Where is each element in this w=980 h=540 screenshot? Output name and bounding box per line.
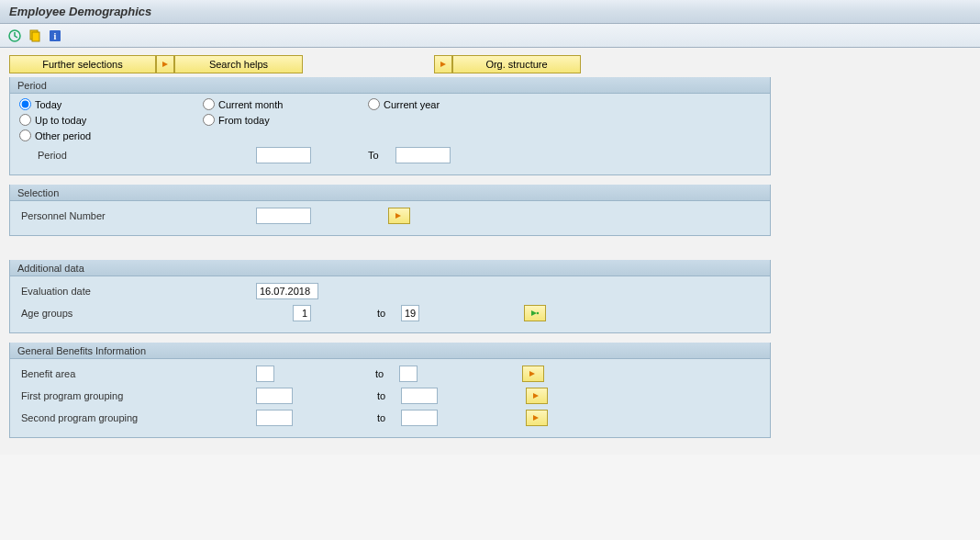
evaluation-date-input[interactable]	[256, 283, 318, 299]
execute-icon[interactable]	[7, 28, 22, 43]
svg-rect-2	[32, 32, 39, 41]
radio-other-period-input[interactable]	[19, 129, 31, 141]
second-program-from-input[interactable]	[256, 410, 293, 426]
benefit-area-row: Benefit area to	[19, 364, 761, 383]
benefit-area-to-label: to	[366, 368, 399, 379]
period-from-input[interactable]	[256, 147, 311, 163]
period-to-label: To	[359, 150, 395, 161]
personnel-number-input[interactable]	[256, 208, 311, 224]
radio-current-year-label: Current year	[384, 99, 440, 110]
titlebar: Employee Demographics	[0, 0, 980, 24]
content-area: Further selections Search helps Org. str…	[0, 48, 980, 455]
period-groupbox: Period Today Current month Current year	[9, 77, 771, 175]
first-program-to-label: to	[368, 390, 401, 401]
selection-title: Selection	[10, 185, 770, 201]
radio-current-month-label: Current month	[218, 99, 283, 110]
selection-groupbox: Selection Personnel Number	[9, 185, 771, 236]
radio-today-input[interactable]	[19, 98, 31, 110]
variant-icon[interactable]	[28, 28, 42, 43]
additional-data-groupbox: Additional data Evaluation date Age grou…	[9, 260, 771, 333]
age-groups-label: Age groups	[19, 308, 293, 319]
first-program-to-input[interactable]	[401, 388, 438, 404]
radio-today-label: Today	[35, 99, 61, 110]
org-structure-arrow[interactable]	[434, 55, 452, 73]
radio-from-today-label: From today	[218, 115, 270, 126]
radio-current-year[interactable]: Current year	[368, 98, 440, 110]
radio-up-to-today-input[interactable]	[19, 114, 31, 126]
age-groups-to-label: to	[368, 308, 401, 319]
radio-current-month-input[interactable]	[203, 98, 215, 110]
page-title: Employee Demographics	[9, 5, 151, 18]
radio-other-period-label: Other period	[35, 130, 91, 141]
benefits-groupbox: General Benefits Information Benefit are…	[9, 343, 771, 438]
evaluation-date-label: Evaluation date	[19, 286, 256, 297]
radio-from-today[interactable]: From today	[203, 114, 359, 126]
benefits-title: General Benefits Information	[10, 343, 770, 359]
benefit-area-to-input[interactable]	[399, 366, 418, 382]
further-selections-button[interactable]: Further selections	[9, 55, 156, 73]
second-program-label: Second program grouping	[19, 412, 256, 423]
personnel-number-multi-button[interactable]	[388, 208, 410, 224]
additional-data-title: Additional data	[10, 260, 770, 276]
second-program-multi-button[interactable]	[526, 410, 548, 426]
search-helps-button[interactable]: Search helps	[174, 55, 303, 73]
info-icon[interactable]: i	[48, 28, 62, 43]
button-row: Further selections Search helps Org. str…	[9, 55, 971, 73]
radio-current-month[interactable]: Current month	[203, 98, 359, 110]
first-program-from-input[interactable]	[256, 388, 293, 404]
first-program-label: First program grouping	[19, 390, 256, 401]
svg-text:i: i	[54, 31, 57, 41]
period-title: Period	[10, 77, 770, 94]
search-helps-arrow[interactable]	[156, 55, 174, 73]
benefit-area-label: Benefit area	[19, 368, 256, 379]
radio-up-to-today[interactable]: Up to today	[19, 114, 194, 126]
radio-current-year-input[interactable]	[368, 98, 380, 110]
age-groups-to-input[interactable]	[401, 305, 419, 321]
second-program-to-label: to	[368, 412, 401, 423]
age-groups-from-input[interactable]	[293, 305, 311, 321]
benefit-area-multi-button[interactable]	[522, 366, 544, 382]
benefit-area-from-input[interactable]	[256, 366, 274, 382]
toolbar: i	[0, 24, 980, 48]
period-to-input[interactable]	[395, 147, 451, 163]
second-program-row: Second program grouping to	[19, 408, 761, 427]
radio-from-today-input[interactable]	[203, 114, 215, 126]
second-program-to-input[interactable]	[401, 410, 438, 426]
svg-point-6	[537, 311, 539, 313]
first-program-row: First program grouping to	[19, 386, 761, 405]
org-structure-button[interactable]: Org. structure	[452, 55, 581, 73]
first-program-multi-button[interactable]	[526, 388, 548, 404]
radio-other-period[interactable]: Other period	[19, 129, 194, 141]
period-field-label: Period	[19, 150, 256, 161]
radio-today[interactable]: Today	[19, 98, 194, 110]
personnel-number-label: Personnel Number	[19, 210, 256, 221]
age-groups-multi-button[interactable]	[524, 305, 546, 321]
radio-up-to-today-label: Up to today	[35, 115, 86, 126]
